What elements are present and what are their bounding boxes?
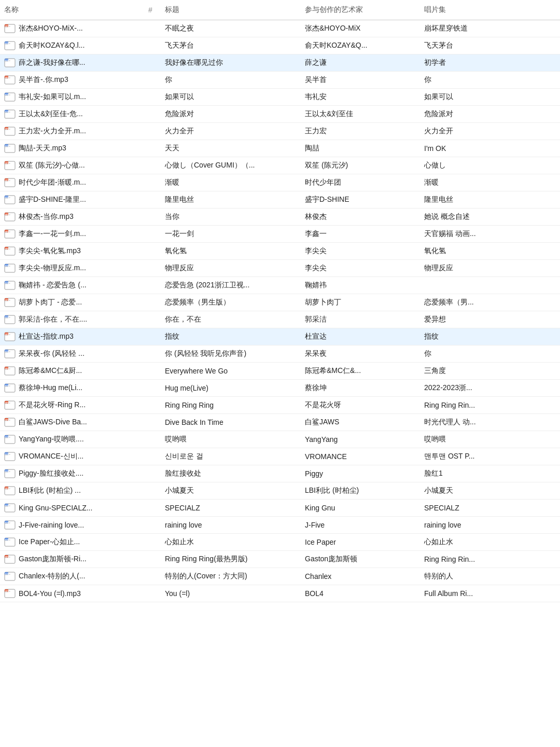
table-row[interactable]: MP3 ♫ 张杰&HOYO-MiX-...不眠之夜张杰&HOYO-MiX崩坏星穿… [0, 20, 560, 37]
svg-text:♫: ♫ [9, 368, 10, 370]
cell-artist: 韦礼安 [301, 89, 420, 106]
table-row[interactable]: AUD ♫ 陶喆-天天.mp3天天陶喆I'm OK [0, 140, 560, 157]
mp3-icon: MP3 ♫ [4, 178, 16, 187]
cell-name: AUD ♫ 薛之谦-我好像在哪... [0, 54, 140, 72]
svg-text:♫: ♫ [9, 197, 10, 199]
mp3-icon: MP3 ♫ [4, 418, 16, 427]
table-row[interactable]: MP3 ♫ BOL4-You (=l).mp3You (=l)BOL4Full … [0, 585, 560, 602]
cell-title: 特别的人(Cover：方大同) [161, 568, 301, 585]
cell-album [420, 277, 560, 294]
table-row[interactable]: MP3 ♫ 林俊杰-当你.mp3当你林俊杰她说 概念自述 [0, 209, 560, 226]
table-row[interactable]: AUD ♫ YangYang-哎哟喂....哎哟喂YangYang哎哟喂 [0, 431, 560, 448]
cell-album: I'm OK [420, 140, 560, 157]
file-name: 盛宇D-SHINE-隆里... [19, 195, 86, 204]
col-header-artist[interactable]: 参与创作的艺术家 [301, 0, 420, 20]
file-name: 蔡徐坤-Hug me(Li... [19, 383, 82, 393]
cell-name: AUD ♫ 陶喆-天天.mp3 [0, 140, 140, 157]
cell-title: 隆里电丝 [161, 191, 301, 209]
cell-album: raining love [420, 517, 560, 534]
table-row[interactable]: MP3 ♫ 杜宣达-指纹.mp3指纹杜宣达指纹 [0, 328, 560, 345]
col-header-num[interactable]: # [140, 0, 161, 20]
cell-album: 崩坏星穿铁道 [420, 20, 560, 37]
table-row[interactable]: AUD ♫ 王以太&刘至佳-危...危险派对王以太&刘至佳危险派对 [0, 106, 560, 123]
cell-album: 物理反应 [420, 260, 560, 277]
table-row[interactable]: AUD ♫ 李尖尖-物理反应.m...物理反应李尖尖物理反应 [0, 260, 560, 277]
cell-artist: 李鑫一 [301, 226, 420, 243]
col-header-name[interactable]: 名称 [0, 0, 140, 20]
table-header-row: 名称 # 标题 参与创作的艺术家 唱片集 [0, 0, 560, 20]
table-row[interactable]: AUD ♫ Ice Paper-心如止...心如止水Ice Paper心如止水 [0, 534, 560, 551]
cell-artist: Piggy [301, 465, 420, 482]
table-row[interactable]: MP3 ♫ 双笙 (陈元汐)-心做...心做し（Cover GUMI）（...双… [0, 157, 560, 174]
table-row[interactable]: MP3 ♫ 吴半首-.你.mp3你吴半首你 [0, 72, 560, 89]
svg-text:♫: ♫ [9, 43, 10, 45]
file-name: Piggy-脸红接收处.... [19, 469, 83, 478]
cell-title: 你在，不在 [161, 311, 301, 328]
cell-num [140, 397, 161, 414]
cell-title: 飞天茅台 [161, 37, 301, 54]
table-row[interactable]: AUD ♫ 呆呆夜-你 (风轻轻 ...你 (风轻轻 我听见你声音)呆呆夜你 [0, 345, 560, 363]
col-header-album[interactable]: 唱片集 [420, 0, 560, 20]
cell-num [140, 414, 161, 431]
cell-num [140, 500, 161, 517]
audio-file-icon: AUD ♫ [4, 435, 16, 444]
table-row[interactable]: AUD ♫ Chanlex-特别的人(...特别的人(Cover：方大同)Cha… [0, 568, 560, 585]
cell-album: 渐暖 [420, 174, 560, 191]
col-header-title[interactable]: 标题 [161, 0, 301, 20]
file-name: 陶喆-天天.mp3 [19, 144, 66, 153]
table-row[interactable]: AUD ♫ VROMANCE-신비...신비로운 걸VROMANCE맨투맨 OS… [0, 448, 560, 465]
cell-num [140, 534, 161, 551]
cell-name: MP3 ♫ 王力宏-火力全开.m... [0, 123, 140, 140]
cell-album: 小城夏天 [420, 482, 560, 500]
svg-text:♫: ♫ [9, 539, 10, 541]
file-name: 李尖尖-氧化氢.mp3 [19, 246, 81, 256]
table-row[interactable]: MP3 ♫ Gaston庞加斯顿-Ri...Ring Ring Ring(最热男… [0, 551, 560, 568]
cell-title: 不眠之夜 [161, 20, 301, 37]
cell-name: AUD ♫ Chanlex-特别的人(... [0, 568, 140, 585]
table-row[interactable]: AUD ♫ 蔡徐坤-Hug me(Li...Hug me(Live)蔡徐坤202… [0, 380, 560, 397]
table-row[interactable]: MP3 ♫ LBI利比 (时柏尘) ...小城夏天LBI利比 (时柏尘)小城夏天 [0, 482, 560, 500]
cell-num [140, 157, 161, 174]
cell-title: 指纹 [161, 328, 301, 345]
svg-text:♫: ♫ [9, 231, 10, 233]
table-row[interactable]: MP3 ♫ 不是花火呀-Ring R...Ring Ring Ring不是花火呀… [0, 397, 560, 414]
cell-name: MP3 ♫ 不是花火呀-Ring R... [0, 397, 140, 414]
cell-title: 恋爱告急 (2021浙江卫视... [161, 277, 301, 294]
svg-text:♫: ♫ [9, 505, 10, 507]
svg-text:♫: ♫ [9, 162, 10, 164]
cell-album: 她说 概念自述 [420, 209, 560, 226]
cell-num [140, 20, 161, 37]
svg-text:♫: ♫ [9, 145, 10, 147]
audio-file-icon: AUD ♫ [4, 264, 16, 273]
svg-text:♫: ♫ [9, 436, 10, 438]
table-row[interactable]: AUD ♫ 韦礼安-如果可以.m...如果可以韦礼安如果可以 [0, 89, 560, 106]
cell-num [140, 260, 161, 277]
table-row[interactable]: AUD ♫ Piggy-脸红接收处....脸红接收处Piggy脸红1 [0, 465, 560, 482]
file-name: 吴半首-.你.mp3 [19, 75, 68, 85]
table-row[interactable]: MP3 ♫ 王力宏-火力全开.m...火力全开王力宏火力全开 [0, 123, 560, 140]
table-row[interactable]: AUD ♫ 鞠婧祎 - 恋爱告急 (...恋爱告急 (2021浙江卫视...鞠婧… [0, 277, 560, 294]
table-row[interactable]: AUD ♫ 郭采洁-你在，不在....你在，不在郭采洁爱异想 [0, 311, 560, 328]
table-row[interactable]: MP3 ♫ 陈冠希&MC仁&厨...Everywhere We Go陈冠希&MC… [0, 363, 560, 380]
table-row[interactable]: MP3 ♫ 李尖尖-氧化氢.mp3氧化氢李尖尖氧化氢 [0, 243, 560, 260]
table-row[interactable]: MP3 ♫ 时代少年团-渐暖.m...渐暖时代少年团渐暖 [0, 174, 560, 191]
table-row[interactable]: MP3 ♫ 胡萝卜肉丁 - 恋爱...恋爱频率（男生版）胡萝卜肉丁恋爱频率（男.… [0, 294, 560, 311]
svg-text:♫: ♫ [9, 590, 10, 592]
table-row[interactable]: AUD ♫ King Gnu-SPECIALZ...SPECIALZKing G… [0, 500, 560, 517]
mp3-icon: MP3 ♫ [4, 400, 16, 410]
table-row[interactable]: AUD ♫ 俞天时KOZAY&Q.l...飞天茅台俞天时KOZAY&Q...飞天… [0, 37, 560, 54]
table-row[interactable]: AUD ♫ 薛之谦-我好像在哪...我好像在哪见过你薛之谦初学者 [0, 54, 560, 72]
cell-title: 氧化氢 [161, 243, 301, 260]
svg-text:♫: ♫ [9, 248, 10, 250]
cell-title: 天天 [161, 140, 301, 157]
cell-title: 你 (风轻轻 我听见你声音) [161, 345, 301, 363]
table-row[interactable]: AUD ♫ J-Five-raining love...raining love… [0, 517, 560, 534]
mp3-icon: MP3 ♫ [4, 298, 16, 307]
table-row[interactable]: AUD ♫ 盛宇D-SHINE-隆里...隆里电丝盛宇D-SHINE隆里电丝 [0, 191, 560, 209]
table-row[interactable]: MP3 ♫ 李鑫一-一花一剑.m...一花一剑李鑫一天官赐福 动画... [0, 226, 560, 243]
cell-artist: 李尖尖 [301, 243, 420, 260]
table-row[interactable]: MP3 ♫ 白鲨JAWS-Dive Ba...Dive Back In Time… [0, 414, 560, 431]
cell-artist: 杜宣达 [301, 328, 420, 345]
cell-num [140, 72, 161, 89]
cell-name: AUD ♫ 蔡徐坤-Hug me(Li... [0, 380, 140, 397]
